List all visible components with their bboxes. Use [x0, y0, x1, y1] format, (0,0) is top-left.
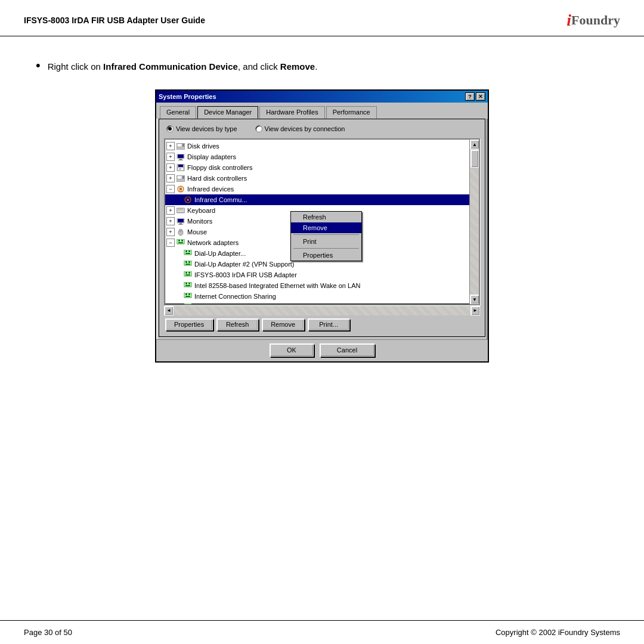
tree-item-disk-drives[interactable]: + Disk drives [165, 141, 469, 151]
radio-conn-label: View devices by connection [265, 125, 345, 132]
svg-point-15 [179, 188, 182, 190]
svg-rect-52 [185, 293, 187, 295]
tab-panel: View devices by type View devices by con… [159, 119, 485, 337]
svg-rect-1 [177, 144, 182, 147]
page-header: IFSYS-8003 IrDA FIR USB Adapter User Gui… [0, 0, 644, 36]
expand-mouse[interactable]: + [166, 228, 175, 236]
icon-network [176, 238, 185, 247]
expand-network[interactable]: − [166, 239, 175, 247]
bold-remove: Remove [280, 61, 315, 72]
scroll-track[interactable] [470, 149, 479, 295]
expand-display[interactable]: + [166, 153, 175, 161]
system-properties-dialog: System Properties ? ✕ General Device Man… [155, 89, 489, 363]
icon-monitors [176, 216, 185, 226]
label-disk-drives: Disk drives [187, 143, 219, 150]
tab-hardware-profiles[interactable]: Hardware Profiles [259, 106, 324, 119]
svg-point-17 [187, 199, 189, 201]
svg-rect-55 [184, 304, 191, 304]
icon-dialup2 [183, 259, 193, 269]
scroll-down-btn[interactable]: ▼ [470, 295, 479, 304]
print-button[interactable]: Print... [308, 318, 349, 330]
context-remove[interactable]: Remove [291, 222, 361, 233]
dialog-titlebar: System Properties ? ✕ [156, 91, 488, 103]
device-list-container: + Disk drives + Display [164, 138, 480, 305]
tree-item-floppy[interactable]: + Floppy disk controllers [165, 162, 469, 173]
svg-rect-25 [178, 219, 184, 222]
expand-infrared[interactable]: − [166, 185, 175, 193]
svg-rect-41 [188, 261, 190, 263]
dialog-title: System Properties [159, 93, 216, 100]
expand-monitors[interactable]: + [166, 217, 175, 225]
expand-keyboard[interactable]: + [166, 206, 175, 215]
main-content: • Right click on Infrared Communication … [0, 36, 644, 386]
label-ms-vpn: Microsoft Virtual Private Networking Ada… [194, 304, 328, 304]
radio-type-circle[interactable] [166, 125, 174, 132]
logo-i: i [566, 11, 571, 30]
properties-button[interactable]: Properties [165, 318, 213, 330]
svg-rect-27 [178, 224, 183, 225]
svg-rect-22 [182, 209, 184, 210]
icon-dialup1 [183, 249, 193, 258]
vertical-scrollbar[interactable]: ▲ ▼ [469, 140, 479, 304]
remove-button[interactable]: Remove [262, 318, 304, 330]
expand-floppy[interactable]: + [166, 163, 175, 172]
bullet-text: Right click on Infrared Communication De… [48, 60, 318, 73]
icon-ifsys [183, 270, 193, 280]
radio-conn-circle[interactable] [255, 125, 262, 132]
radio-by-type[interactable]: View devices by type [166, 125, 237, 132]
svg-rect-42 [185, 264, 190, 265]
svg-rect-40 [185, 261, 187, 263]
bold-infrared: Infrared Communication Device [103, 61, 238, 72]
cancel-button[interactable]: Cancel [320, 343, 374, 357]
label-mouse: Mouse [187, 228, 207, 236]
icon-intel [183, 281, 193, 290]
logo: i Foundry [566, 11, 620, 30]
scroll-left-btn[interactable]: ◄ [164, 306, 174, 315]
icon-ics [183, 292, 193, 301]
action-buttons: Properties Refresh Remove Print... [164, 315, 480, 332]
scroll-thumb[interactable] [470, 150, 479, 168]
expand-hd[interactable]: + [166, 174, 175, 182]
tree-item-ifsys[interactable]: IFSYS-8003 IrDA FIR USB Adapter [165, 270, 469, 280]
tree-item-infrared-comm[interactable]: Infrared Commu... [165, 194, 469, 205]
ok-button[interactable]: OK [270, 343, 314, 357]
scroll-up-btn[interactable]: ▲ [470, 140, 479, 149]
separator1 [293, 234, 359, 235]
close-button[interactable]: ✕ [476, 92, 485, 101]
separator2 [293, 248, 359, 249]
help-button[interactable]: ? [465, 92, 475, 101]
context-properties[interactable]: Properties [291, 250, 361, 261]
expand-disk[interactable]: + [166, 142, 175, 150]
svg-rect-48 [185, 283, 187, 284]
scroll-right-btn[interactable]: ► [470, 306, 480, 315]
svg-rect-50 [185, 285, 190, 286]
tree-item-ms-vpn[interactable]: Microsoft Virtual Private Networking Ada… [165, 302, 469, 304]
radio-by-connection[interactable]: View devices by connection [255, 125, 345, 132]
tree-item-ics[interactable]: Internet Connection Sharing [165, 291, 469, 302]
icon-keyboard [176, 206, 185, 215]
label-network: Network adapters [187, 239, 239, 246]
tree-item-intel[interactable]: Intel 82558-based Integrated Ethernet wi… [165, 280, 469, 291]
tab-general[interactable]: General [160, 106, 196, 119]
tree-item-infrared[interactable]: − Infrared devices [165, 184, 469, 194]
svg-rect-34 [178, 242, 183, 243]
svg-rect-5 [179, 159, 182, 160]
svg-rect-46 [185, 274, 190, 275]
label-dialup1: Dial-Up Adapter... [194, 250, 246, 257]
tab-performance[interactable]: Performance [326, 106, 377, 119]
refresh-button[interactable]: Refresh [216, 318, 258, 330]
context-print[interactable]: Print [291, 236, 361, 247]
context-refresh[interactable]: Refresh [291, 212, 361, 222]
tree-item-display[interactable]: + Display adapters [165, 151, 469, 162]
tab-device-manager[interactable]: Device Manager [197, 106, 258, 119]
tree-item-hd[interactable]: + Hard disk controllers [165, 173, 469, 184]
label-ics: Internet Connection Sharing [194, 293, 276, 300]
bullet-point: • Right click on Infrared Communication … [36, 60, 608, 73]
horiz-track[interactable] [174, 306, 470, 315]
label-dialup2: Dial-Up Adapter #2 (VPN Support) [194, 261, 295, 268]
titlebar-buttons: ? ✕ [465, 92, 485, 101]
horizontal-scrollbar[interactable]: ◄ ► [164, 305, 480, 315]
svg-rect-44 [185, 272, 187, 274]
svg-rect-45 [188, 272, 190, 274]
svg-rect-20 [179, 209, 180, 210]
